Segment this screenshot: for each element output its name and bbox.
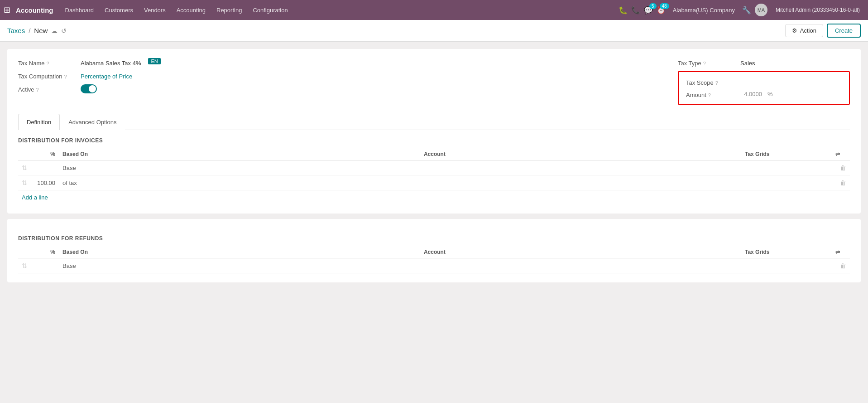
app-name[interactable]: Accounting [16, 6, 53, 14]
phone-icon[interactable]: 📞 [631, 6, 640, 15]
active-label: Active ? [18, 84, 77, 93]
action-button[interactable]: ⚙ Action [785, 24, 823, 37]
th-account-refunds: Account [420, 246, 741, 258]
amount-value[interactable]: 4.0000 [726, 91, 762, 97]
active-row: Active ? [18, 84, 660, 93]
breadcrumb-current: New [34, 27, 48, 34]
table-row: ⇅ 100.00 of tax 🗑 [18, 175, 850, 190]
th-tax-grids-refunds: Tax Grids [741, 246, 832, 258]
tax-name-help-icon[interactable]: ? [47, 61, 49, 66]
grid-icon[interactable]: ⊞ [4, 5, 10, 15]
amount-label: Amount ? [686, 90, 722, 98]
chat-badge: 5 [649, 3, 657, 9]
avatar[interactable]: MA [755, 4, 767, 16]
tax-scope-row: Tax Scope ? [686, 78, 842, 86]
nav-vendors[interactable]: Vendors [139, 5, 170, 15]
tax-type-row: Tax Type ? Sales [678, 58, 850, 67]
user-name[interactable]: Mitchell Admin (20333450-16-0-all) [771, 5, 864, 15]
row-handle-refund-1[interactable]: ⇅ [22, 262, 27, 269]
th-based-on-refunds: Based On [59, 246, 420, 258]
tax-computation-row: Tax Computation ? Percentage of Price [18, 71, 660, 80]
delete-row2-invoices[interactable]: 🗑 [840, 179, 846, 186]
chat-icon[interactable]: 💬 5 [644, 6, 653, 15]
tax-name-value[interactable]: Alabama Sales Tax 4% [81, 58, 141, 67]
th-tax-grids-invoices: Tax Grids [741, 148, 832, 160]
invoice-row2-percent: 100.00 [32, 175, 59, 190]
table-row: ⇅ Base 🗑 [18, 258, 850, 273]
tax-scope-label: Tax Scope ? [686, 78, 722, 86]
tax-type-value[interactable]: Sales [740, 58, 755, 67]
tax-type-help-icon[interactable]: ? [703, 61, 706, 66]
row-handle-1[interactable]: ⇅ [22, 164, 27, 171]
tab-definition[interactable]: Definition [18, 114, 60, 130]
refunds-section-title: DISTRIBUTION FOR REFUNDS [18, 235, 850, 242]
bug-icon[interactable]: 🐛 [619, 6, 628, 15]
invoice-row2-based-on[interactable]: of tax [59, 175, 420, 190]
invoice-row2-account [420, 175, 741, 190]
invoices-table: % Based On Account Tax Grids ⇌ ⇅ Base [18, 148, 850, 190]
tax-scope-help-icon[interactable]: ? [715, 80, 718, 86]
th-account-invoices: Account [420, 148, 741, 160]
refund-row1-based-on[interactable]: Base [59, 258, 420, 273]
th-based-on-invoices: Based On [59, 148, 420, 160]
row-handle-2[interactable]: ⇅ [22, 179, 27, 186]
th-percent-refunds: % [32, 246, 59, 258]
th-handle-refunds [18, 246, 32, 258]
nav-dashboard[interactable]: Dashboard [61, 5, 99, 15]
invoices-section-title: DISTRIBUTION FOR INVOICES [18, 137, 850, 144]
th-percent-invoices: % [32, 148, 59, 160]
save-cloud-icon[interactable]: ☁ [51, 27, 58, 34]
toggle-knob [89, 85, 96, 92]
nav-configuration[interactable]: Configuration [248, 5, 292, 15]
nav-reporting[interactable]: Reporting [212, 5, 246, 15]
tax-computation-help-icon[interactable]: ? [64, 74, 67, 79]
invoice-row1-percent [32, 160, 59, 175]
delete-row1-invoices[interactable]: 🗑 [840, 164, 846, 171]
amount-unit: % [767, 91, 773, 97]
form-left-col: Tax Name ? Alabama Sales Tax 4% EN Tax C… [18, 58, 660, 105]
top-navigation: ⊞ Accounting Dashboard Customers Vendors… [0, 0, 868, 20]
breadcrumb-parent[interactable]: Taxes [7, 27, 25, 34]
tax-computation-value[interactable]: Percentage of Price [81, 71, 132, 80]
nav-customers[interactable]: Customers [100, 5, 138, 15]
main-content: Tax Name ? Alabama Sales Tax 4% EN Tax C… [0, 42, 868, 295]
undo-icon[interactable]: ↺ [61, 27, 67, 34]
invoice-row1-tax-grids [741, 160, 832, 175]
settings-icon[interactable]: 🔧 [742, 6, 751, 15]
tab-advanced-options[interactable]: Advanced Options [60, 114, 125, 130]
delete-row1-refunds[interactable]: 🗑 [840, 262, 846, 269]
amount-help-icon[interactable]: ? [708, 92, 711, 98]
refunds-card: DISTRIBUTION FOR REFUNDS % Based On Acco… [7, 219, 861, 282]
th-transfer-icon-refunds: ⇌ [832, 246, 850, 258]
breadcrumb-separator: / [29, 27, 30, 34]
lang-badge[interactable]: EN [148, 58, 160, 64]
invoice-row2-tax-grids [741, 175, 832, 190]
tax-type-label: Tax Type ? [678, 58, 737, 67]
breadcrumb-bar: Taxes / New ☁ ↺ ⚙ Action Create [0, 20, 868, 42]
th-transfer-icon-invoices: ⇌ [832, 148, 850, 160]
tax-scope-box: Tax Scope ? Amount ? 4.0000 % [678, 71, 850, 105]
tax-name-row: Tax Name ? Alabama Sales Tax 4% EN [18, 58, 660, 67]
th-handle-invoices [18, 148, 32, 160]
table-row: ⇅ Base 🗑 [18, 160, 850, 175]
refunds-table: % Based On Account Tax Grids ⇌ ⇅ Base 🗑 [18, 246, 850, 273]
company-name: Alabama(US) Company [673, 7, 735, 14]
create-button[interactable]: Create [827, 24, 861, 38]
refund-row1-tax-grids [741, 258, 832, 273]
tax-name-label: Tax Name ? [18, 58, 77, 67]
invoice-row1-based-on[interactable]: Base [59, 160, 420, 175]
active-toggle[interactable] [81, 84, 97, 93]
refund-row1-percent [32, 258, 59, 273]
active-help-icon[interactable]: ? [36, 87, 38, 92]
refund-row1-account [420, 258, 741, 273]
add-line-invoices[interactable]: Add a line [18, 190, 52, 204]
form-right-col: Tax Type ? Sales Tax Scope ? [678, 58, 850, 105]
clock-badge: 48 [660, 3, 669, 9]
tax-computation-label: Tax Computation ? [18, 71, 77, 80]
tab-content-definition: DISTRIBUTION FOR INVOICES % Based On Acc… [18, 137, 850, 204]
form-card: Tax Name ? Alabama Sales Tax 4% EN Tax C… [7, 49, 861, 214]
nav-accounting[interactable]: Accounting [172, 5, 210, 15]
gear-icon: ⚙ [792, 27, 797, 34]
clock-icon[interactable]: ⏰ 48 [657, 6, 666, 15]
invoice-row1-account [420, 160, 741, 175]
